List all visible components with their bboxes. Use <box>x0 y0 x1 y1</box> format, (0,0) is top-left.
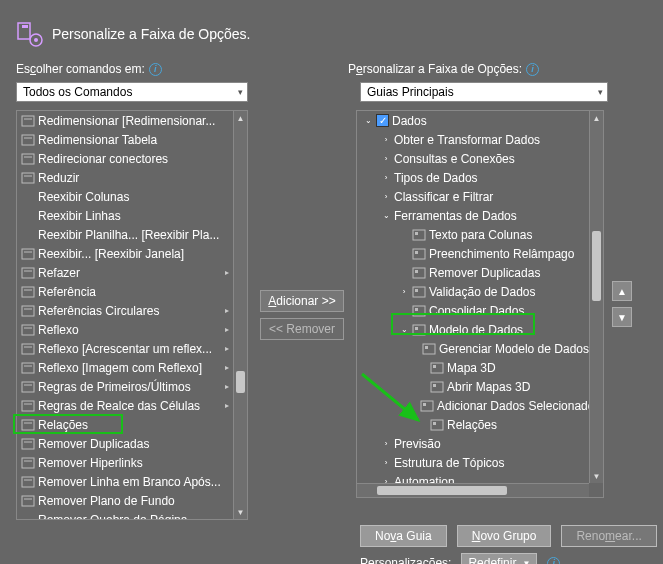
command-item[interactable]: Referências Circulares▸ <box>17 301 233 320</box>
tree-node[interactable]: ›Obter e Transformar Dados <box>357 130 589 149</box>
command-item[interactable]: Redimensionar [Redimensionar... <box>17 111 233 130</box>
tree-label: Mapa 3D <box>447 361 496 375</box>
info-icon[interactable]: i <box>547 557 560 565</box>
tree-node[interactable]: Preenchimento Relâmpago <box>357 244 589 263</box>
command-item[interactable]: Reflexo [Acrescentar um reflex...▸ <box>17 339 233 358</box>
expand-icon[interactable]: › <box>399 287 409 296</box>
command-item[interactable]: Remover Duplicadas <box>17 434 233 453</box>
group-icon <box>422 342 436 356</box>
tree-node[interactable]: ⌄Ferramentas de Dados <box>357 206 589 225</box>
expand-icon[interactable]: › <box>381 192 391 201</box>
command-item[interactable]: Remover Linha em Branco Após... <box>17 472 233 491</box>
ribbon-tree[interactable]: ⌄✓Dados›Obter e Transformar Dados›Consul… <box>356 110 604 498</box>
command-item[interactable]: Reflexo▸ <box>17 320 233 339</box>
command-item[interactable]: Remover Hiperlinks <box>17 453 233 472</box>
tree-node[interactable]: Mapa 3D <box>357 358 589 377</box>
command-item[interactable]: Reexibir Linhas <box>17 206 233 225</box>
tree-node[interactable]: Consolidar Dados <box>357 301 589 320</box>
svg-rect-48 <box>415 289 418 292</box>
command-item[interactable]: Refazer▸ <box>17 263 233 282</box>
tree-node[interactable]: ›Consultas e Conexões <box>357 149 589 168</box>
info-icon[interactable]: i <box>526 63 539 76</box>
command-label: Reexibir Colunas <box>38 190 129 204</box>
command-item[interactable]: Regras de Realce das Células▸ <box>17 396 233 415</box>
add-button[interactable]: Adicionar >> <box>260 290 344 312</box>
command-label: Reflexo [Imagem com Reflexo] <box>38 361 202 375</box>
command-item[interactable]: Reflexo [Imagem com Reflexo]▸ <box>17 358 233 377</box>
tree-node[interactable]: Adicionar Dados Selecionado <box>357 396 589 415</box>
expand-icon[interactable]: › <box>381 135 391 144</box>
commands-list[interactable]: Redimensionar [Redimensionar...Redimensi… <box>16 110 248 520</box>
new-group-button[interactable]: Novo Grupo <box>457 525 552 547</box>
command-icon <box>21 114 35 128</box>
move-down-button[interactable]: ▼ <box>612 307 632 327</box>
scrollbar-vertical[interactable]: ▲ ▼ <box>589 111 603 483</box>
expand-icon[interactable]: › <box>381 173 391 182</box>
tree-node[interactable]: ⌄✓Dados <box>357 111 589 130</box>
command-item[interactable]: Reexibir... [Reexibir Janela] <box>17 244 233 263</box>
tree-node[interactable]: ›Classificar e Filtrar <box>357 187 589 206</box>
move-up-button[interactable]: ▲ <box>612 281 632 301</box>
tree-label: Validação de Dados <box>429 285 536 299</box>
tree-label: Obter e Transformar Dados <box>394 133 540 147</box>
command-item[interactable]: Reexibir Colunas <box>17 187 233 206</box>
scrollbar-vertical[interactable]: ▲ ▼ <box>233 111 247 519</box>
svg-rect-35 <box>22 477 34 487</box>
info-icon[interactable]: i <box>149 63 162 76</box>
tree-node[interactable]: ›Previsão <box>357 434 589 453</box>
collapse-icon[interactable]: ⌄ <box>399 325 409 334</box>
command-icon <box>21 361 35 375</box>
tree-node[interactable]: Gerenciar Modelo de Dados <box>357 339 589 358</box>
svg-rect-7 <box>22 154 34 164</box>
command-item[interactable]: Referência <box>17 282 233 301</box>
tree-node[interactable]: ›Automation <box>357 472 589 483</box>
command-item[interactable]: Remover Plano de Fundo <box>17 491 233 510</box>
command-label: Remover Duplicadas <box>38 437 149 451</box>
expand-icon[interactable]: › <box>381 439 391 448</box>
reset-split-button[interactable]: Redefinir ▼ <box>461 553 537 564</box>
scroll-down-icon[interactable]: ▼ <box>234 505 247 519</box>
scroll-up-icon[interactable]: ▲ <box>590 111 603 125</box>
scroll-up-icon[interactable]: ▲ <box>234 111 247 125</box>
tree-node[interactable]: ›Estrutura de Tópicos <box>357 453 589 472</box>
tree-node[interactable]: ⌄Modelo de Dados <box>357 320 589 339</box>
group-icon <box>412 304 426 318</box>
tree-node[interactable]: ›Tipos de Dados <box>357 168 589 187</box>
tree-node[interactable]: Abrir Mapas 3D <box>357 377 589 396</box>
tree-label: Automation <box>394 475 455 484</box>
command-label: Relações <box>38 418 88 432</box>
scroll-thumb[interactable] <box>236 371 245 393</box>
command-item[interactable]: Redirecionar conectores <box>17 149 233 168</box>
tree-node[interactable]: Remover Duplicadas <box>357 263 589 282</box>
command-item[interactable]: Reexibir Planilha... [Reexibir Pla... <box>17 225 233 244</box>
svg-rect-23 <box>22 363 34 373</box>
commands-source-combo[interactable]: Todos os Comandos▾ <box>16 82 248 102</box>
svg-rect-9 <box>22 173 34 183</box>
command-icon <box>21 209 35 223</box>
command-item[interactable]: Reduzir <box>17 168 233 187</box>
scroll-thumb[interactable] <box>377 486 507 495</box>
command-item[interactable]: Regras de Primeiros/Últimos▸ <box>17 377 233 396</box>
expand-icon[interactable]: › <box>381 458 391 467</box>
collapse-icon[interactable]: ⌄ <box>363 116 373 125</box>
checkbox[interactable]: ✓ <box>376 114 389 127</box>
group-icon <box>430 418 444 432</box>
ribbon-target-combo[interactable]: Guias Principais▾ <box>360 82 608 102</box>
tree-node[interactable]: ›Validação de Dados <box>357 282 589 301</box>
collapse-icon[interactable]: ⌄ <box>381 211 391 220</box>
tree-node[interactable]: Texto para Colunas <box>357 225 589 244</box>
tree-label: Remover Duplicadas <box>429 266 540 280</box>
group-icon <box>412 266 426 280</box>
command-item[interactable]: Remover Quebra de Página <box>17 510 233 519</box>
scroll-down-icon[interactable]: ▼ <box>590 469 603 483</box>
expand-icon[interactable]: › <box>381 154 391 163</box>
svg-rect-43 <box>413 249 425 259</box>
group-icon <box>412 228 426 242</box>
svg-rect-57 <box>431 382 443 392</box>
command-item[interactable]: Relações <box>17 415 233 434</box>
scroll-thumb[interactable] <box>592 231 601 301</box>
new-tab-button[interactable]: Nova Guia <box>360 525 447 547</box>
command-item[interactable]: Redimensionar Tabela <box>17 130 233 149</box>
scrollbar-horizontal[interactable] <box>357 483 589 497</box>
tree-node[interactable]: Relações <box>357 415 589 434</box>
